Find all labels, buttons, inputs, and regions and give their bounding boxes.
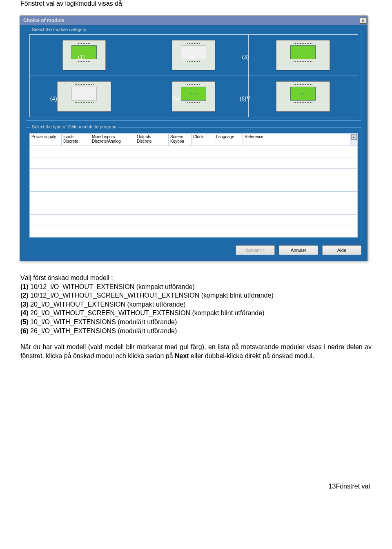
help-button[interactable]: Aide — [322, 245, 361, 255]
table-row[interactable] — [30, 203, 358, 215]
table-row[interactable] — [30, 169, 358, 180]
overlay-3: (3) — [242, 54, 249, 61]
module-type-group: Select the type of Zelio module to progr… — [26, 127, 361, 241]
overlay-4: (4) — [50, 96, 57, 102]
col-clock[interactable]: Clock — [192, 134, 214, 146]
legend-title: Välj först önskad modul modell : — [20, 273, 372, 282]
legend-item: (2) 10/12_I/O_WITHOUT_SCREEN_WITHOUT_EXT… — [20, 291, 372, 300]
table-row[interactable] — [30, 226, 358, 238]
module-thumb — [57, 81, 111, 112]
instruction-paragraph: När du har valt modell (vald modell blir… — [20, 343, 372, 360]
col-screen-keyboard[interactable]: Screen Keyboa — [169, 134, 192, 146]
module-option-3[interactable] — [248, 34, 358, 76]
module-thumb — [276, 40, 330, 70]
col-language[interactable]: Language — [214, 134, 243, 146]
titlebar: Choice of module ✕ — [20, 16, 367, 25]
page-footer: 13Fönstret val — [20, 483, 372, 490]
legend-item: (5) 10_I/O_WITH_EXTENSIONS (modulärt utf… — [20, 318, 372, 327]
col-power-supply[interactable]: Power supply — [30, 134, 62, 146]
overlay-6: (6)V — [240, 96, 250, 102]
table-row[interactable] — [30, 146, 358, 157]
module-option-5[interactable] — [139, 76, 249, 117]
col-inputs-discrete[interactable]: Inputs Discrete — [62, 134, 90, 146]
module-thumb — [276, 81, 330, 112]
intro-text: Fönstret val av logikmodul visas då: — [20, 0, 372, 7]
table-row[interactable] — [30, 180, 358, 192]
col-outputs-discrete[interactable]: Outputs Discrete — [135, 134, 169, 146]
overlay-2: (2) — [186, 54, 193, 61]
module-option-6[interactable] — [248, 76, 358, 117]
cancel-button[interactable]: Annuler — [279, 245, 318, 255]
legend-item: (4) 20_I/O_WITHOUT_SCREEN_WITHOUT_EXTENS… — [20, 309, 372, 318]
col-reference[interactable]: Reference — [243, 134, 350, 146]
module-category-group: Select the module category (1) (2) (3) (… — [26, 30, 361, 121]
dialog-title: Choice of module — [23, 18, 65, 23]
table-row[interactable] — [30, 215, 358, 226]
legend-item: (6) 26_I/O_WITH_EXTENSIONS (modulärt utf… — [20, 327, 372, 336]
legend-item: (1) 10/12_I/O_WITHOUT_EXTENSION (kompakt… — [20, 282, 372, 291]
table-row[interactable] — [30, 157, 358, 169]
overlay-1: (1) — [78, 54, 85, 61]
module-table: Power supply Inputs Discrete Mixed input… — [29, 133, 358, 238]
col-mixed-inputs[interactable]: Mixed inputs Discrete/Analog — [90, 134, 135, 146]
table-row[interactable] — [30, 192, 358, 203]
module-option-4[interactable] — [29, 76, 139, 117]
group2-label: Select the type of Zelio module to progr… — [30, 124, 118, 129]
close-icon[interactable]: ✕ — [360, 18, 366, 24]
choice-of-module-dialog: Choice of module ✕ Select the module cat… — [20, 16, 368, 261]
table-scroll-up[interactable]: ▲ — [350, 134, 358, 146]
legend-item: (3) 20_I/O_WITHOUT_EXTENSION (kompakt ut… — [20, 300, 372, 309]
next-button[interactable]: Suivant > — [236, 245, 275, 255]
module-option-2[interactable] — [139, 34, 249, 76]
overlay-5: (5) — [172, 96, 179, 102]
dialog-button-row: Suivant > Annuler Aide — [26, 245, 361, 255]
legend-block: Välj först önskad modul modell : (1) 10/… — [20, 273, 372, 335]
module-thumb — [172, 40, 215, 70]
